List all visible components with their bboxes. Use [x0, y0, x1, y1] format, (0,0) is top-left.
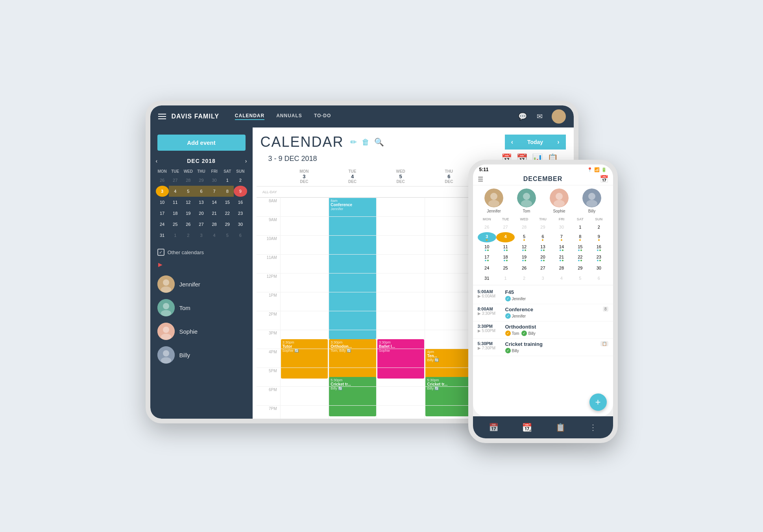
- event-orthodontist[interactable]: 3:30pmOrthodon...Tom, Billy 🔄: [329, 339, 376, 379]
- phone-cal-day[interactable]: 4: [552, 273, 571, 283]
- phone-menu-icon[interactable]: ☰: [478, 175, 483, 183]
- mini-cal-day[interactable]: 12: [182, 197, 195, 208]
- search-icon[interactable]: 🔍: [374, 137, 384, 147]
- phone-cal-day[interactable]: 28: [552, 263, 571, 273]
- mini-cal-day[interactable]: 4: [208, 230, 221, 241]
- mini-cal-day[interactable]: 13: [195, 197, 208, 208]
- mini-cal-day[interactable]: 27: [169, 175, 182, 186]
- phone-cal-day[interactable]: 3: [534, 273, 552, 283]
- mini-cal-day[interactable]: 23: [234, 208, 247, 219]
- phone-cal-day[interactable]: 21: [552, 253, 571, 263]
- phone-cal-day[interactable]: 22: [571, 253, 589, 263]
- mini-cal-day[interactable]: 2: [234, 175, 247, 186]
- phone-cal-day[interactable]: 13: [534, 242, 552, 253]
- phone-cal-day[interactable]: 14: [552, 242, 571, 253]
- add-event-button[interactable]: Add event: [157, 135, 246, 151]
- phone-avatar-tom[interactable]: Tom: [517, 188, 536, 213]
- phone-cal-day[interactable]: 3: [478, 232, 496, 242]
- trash-icon[interactable]: 🗑: [362, 138, 369, 147]
- phone-cal-day[interactable]: 6: [534, 232, 552, 242]
- phone-event-item[interactable]: 5:00AM▶6:00AMF45✓Jennifer: [473, 287, 613, 304]
- phone-avatar-jennifer[interactable]: Jennifer: [484, 188, 503, 213]
- phone-cal-day[interactable]: 19: [515, 253, 533, 263]
- phone-cal-day[interactable]: 31: [478, 273, 496, 283]
- cal-prev-button[interactable]: ‹: [505, 135, 519, 150]
- mini-cal-day[interactable]: 14: [208, 197, 221, 208]
- mail-icon[interactable]: ✉: [534, 111, 545, 122]
- phone-bottom-list[interactable]: 📋: [556, 423, 565, 432]
- phone-cal-day[interactable]: 15: [571, 242, 589, 253]
- phone-cal-day[interactable]: 18: [496, 253, 515, 263]
- phone-cal-day[interactable]: 30: [589, 263, 608, 273]
- mini-cal-day[interactable]: 1: [221, 175, 234, 186]
- mini-cal-day[interactable]: 6: [234, 230, 247, 241]
- other-calendars-title[interactable]: ✓ Other calendars: [157, 249, 246, 256]
- family-member-sophie[interactable]: Sophie: [157, 323, 246, 340]
- cal-today-button[interactable]: Today: [519, 135, 551, 150]
- phone-bottom-grid[interactable]: 📆: [522, 423, 532, 432]
- mini-cal-day[interactable]: 8: [221, 186, 234, 197]
- edit-icon[interactable]: ✏: [350, 137, 357, 147]
- nav-todo[interactable]: TO-DO: [314, 113, 331, 120]
- mini-cal-day[interactable]: 31: [156, 230, 169, 241]
- phone-cal-day[interactable]: 29: [571, 263, 589, 273]
- phone-cal-day[interactable]: 30: [552, 222, 571, 232]
- mini-cal-day[interactable]: 27: [195, 219, 208, 230]
- mini-cal-day[interactable]: 16: [234, 197, 247, 208]
- mini-cal-day[interactable]: 2: [182, 230, 195, 241]
- nav-calendar[interactable]: CALENDAR: [235, 113, 264, 120]
- phone-cal-day[interactable]: 23: [589, 253, 608, 263]
- phone-cal-day[interactable]: 10: [478, 242, 496, 253]
- phone-cal-day[interactable]: 26: [478, 222, 496, 232]
- phone-cal-day[interactable]: 26: [515, 263, 533, 273]
- phone-cal-day[interactable]: 5: [515, 232, 533, 242]
- mini-cal-next[interactable]: ›: [245, 158, 247, 164]
- phone-cal-day[interactable]: 29: [534, 222, 552, 232]
- mini-cal-day[interactable]: 3: [195, 230, 208, 241]
- chat-icon[interactable]: 💬: [517, 111, 528, 122]
- mini-cal-day[interactable]: 5: [182, 186, 195, 197]
- phone-avatar-billy[interactable]: Billy: [582, 188, 601, 213]
- mini-cal-day[interactable]: 1: [169, 230, 182, 241]
- phone-cal-day[interactable]: 27: [534, 263, 552, 273]
- mini-cal-day[interactable]: 15: [221, 197, 234, 208]
- mini-cal-day[interactable]: 22: [221, 208, 234, 219]
- mini-cal-day[interactable]: 11: [169, 197, 182, 208]
- mini-cal-day[interactable]: 9: [234, 186, 247, 197]
- mini-cal-day[interactable]: 20: [195, 208, 208, 219]
- mini-cal-day[interactable]: 10: [156, 197, 169, 208]
- mini-cal-day[interactable]: 30: [234, 219, 247, 230]
- phone-cal-day[interactable]: 6: [589, 273, 608, 283]
- event-cricket-1[interactable]: 5:30pmCricket tr...Billy 🔄: [329, 377, 376, 416]
- phone-cal-day[interactable]: 17: [478, 253, 496, 263]
- phone-cal-day[interactable]: 5: [571, 273, 589, 283]
- mini-cal-day[interactable]: 4: [169, 186, 182, 197]
- mini-cal-day[interactable]: 25: [169, 219, 182, 230]
- mini-cal-day[interactable]: 26: [156, 175, 169, 186]
- mini-cal-day[interactable]: 3: [156, 186, 169, 197]
- phone-bottom-calendar[interactable]: 📅: [489, 423, 499, 432]
- phone-cal-day[interactable]: 7: [552, 232, 571, 242]
- mini-cal-day[interactable]: 21: [208, 208, 221, 219]
- user-avatar[interactable]: [552, 109, 566, 124]
- nav-annuals[interactable]: ANNUALS: [276, 113, 302, 120]
- phone-cal-day[interactable]: 11: [496, 242, 515, 253]
- mini-cal-day[interactable]: 17: [156, 208, 169, 219]
- phone-cal-day[interactable]: 20: [534, 253, 552, 263]
- mini-cal-day[interactable]: 26: [182, 219, 195, 230]
- mini-cal-day[interactable]: 6: [195, 186, 208, 197]
- phone-cal-day[interactable]: 9: [589, 232, 608, 242]
- phone-cal-day[interactable]: 28: [515, 222, 533, 232]
- mini-cal-day[interactable]: 5: [221, 230, 234, 241]
- mini-cal-day[interactable]: 7: [208, 186, 221, 197]
- mini-cal-day[interactable]: 28: [182, 175, 195, 186]
- mini-cal-day[interactable]: 29: [195, 175, 208, 186]
- phone-avatar-sophie[interactable]: Sophie: [550, 188, 569, 213]
- mini-cal-day[interactable]: 28: [208, 219, 221, 230]
- family-member-billy[interactable]: Billy: [157, 346, 246, 364]
- phone-cal-day[interactable]: 4: [496, 232, 515, 242]
- phone-cal-day[interactable]: 25: [496, 263, 515, 273]
- phone-cal-day[interactable]: 1: [496, 273, 515, 283]
- phone-cal-day[interactable]: 1: [571, 222, 589, 232]
- hamburger-menu[interactable]: [158, 114, 166, 119]
